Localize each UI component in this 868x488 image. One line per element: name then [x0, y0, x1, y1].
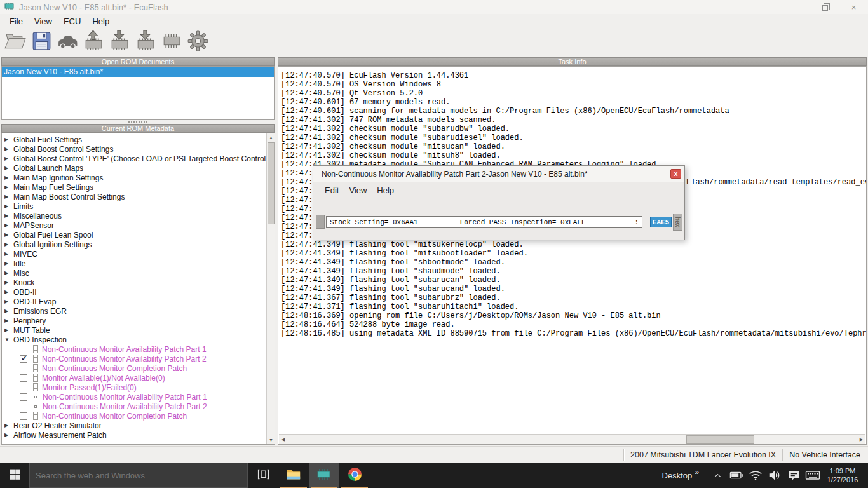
hex-tab[interactable]: hex	[673, 214, 682, 231]
tree-expand-icon[interactable]: ▶	[4, 203, 13, 209]
toolbar-overflow-chevron[interactable]: »	[695, 468, 708, 477]
scroll-left-arrow[interactable]: ◀	[279, 435, 287, 444]
tree-checkbox[interactable]	[20, 346, 27, 353]
menu-item[interactable]: ECU	[58, 15, 86, 28]
dialog-menu-item[interactable]: Help	[372, 184, 399, 197]
tree-row[interactable]: ▶ MAPSensor	[2, 220, 274, 230]
task-view-button[interactable]	[248, 463, 278, 488]
tree-row[interactable]: ▶ Global Boost Control Settings	[2, 144, 274, 154]
minimize-button[interactable]: –	[782, 0, 811, 14]
options-button[interactable]	[185, 29, 211, 55]
tree-expand-icon[interactable]: ▶	[4, 280, 13, 285]
tree-row[interactable]: ▶ MIVEC	[2, 249, 274, 259]
dialog-close-button[interactable]: x	[670, 169, 681, 179]
touch-keyboard-icon[interactable]	[803, 463, 822, 488]
tree-expand-icon[interactable]: ▶	[4, 423, 13, 428]
tree-row[interactable]: ▶ Global Fuel Lean Spool	[2, 230, 274, 240]
memory-chip-button[interactable]	[159, 29, 185, 55]
rom-document-item-selected[interactable]: Jason New V10 - E85 alt.bin*	[2, 67, 274, 77]
tree-checkbox[interactable]	[20, 355, 27, 363]
tree-row[interactable]: ▶ OBD-II Evap	[2, 297, 274, 306]
tree-row[interactable]: ▶ MUT Table	[2, 325, 274, 335]
tree-expand-icon[interactable]: ▶	[4, 137, 13, 142]
tree-row[interactable]: Non-Continuous Monitor Completion Patch	[2, 411, 274, 421]
tree-row[interactable]: ▶ Rear O2 Heater Simulator	[2, 421, 274, 430]
tree-expand-icon[interactable]: ▶	[4, 318, 13, 323]
tree-row[interactable]: ▶ Global Fuel Settings	[2, 135, 274, 144]
menu-item[interactable]: Help	[86, 15, 115, 28]
tree-row[interactable]: Non-Continuous Monitor Availability Patc…	[2, 354, 274, 363]
tree-expand-icon[interactable]: ▶	[4, 213, 13, 219]
tree-row[interactable]: ▶ Global Launch Maps	[2, 163, 274, 173]
log-horizontal-scrollbar[interactable]: ◀ ▶	[279, 434, 865, 444]
log-scrollbar-thumb[interactable]	[686, 435, 754, 444]
tree-expand-icon[interactable]: ▶	[4, 299, 13, 304]
tree-expand-icon[interactable]: ▶	[4, 175, 13, 180]
tree-row[interactable]: ▶ Airflow Measurement Patch	[2, 430, 274, 440]
tree-row[interactable]: ▶ Main Map Ignition Settings	[2, 173, 274, 182]
tree-expand-icon[interactable]: ▼	[4, 337, 13, 342]
volume-icon[interactable]	[765, 463, 784, 488]
tree-row[interactable]: ▶ Emissions EGR	[2, 306, 274, 316]
close-button[interactable]: ×	[839, 0, 868, 14]
tree-vertical-scrollbar[interactable]: ▲ ▼	[266, 133, 275, 444]
ecuflash-taskbar-button[interactable]	[309, 463, 339, 488]
tree-expand-icon[interactable]: ▶	[4, 232, 13, 238]
tree-row[interactable]: ▶ OBD-II	[2, 287, 274, 297]
tree-expand-icon[interactable]: ▶	[4, 251, 13, 257]
tree-expand-icon[interactable]: ▶	[4, 432, 13, 438]
file-explorer-button[interactable]	[278, 463, 309, 488]
save-rom-button[interactable]	[29, 29, 55, 55]
scroll-up-arrow[interactable]: ▲	[267, 133, 275, 142]
tree-row[interactable]: ▶ Limits	[2, 201, 274, 211]
battery-icon[interactable]	[727, 463, 746, 488]
menu-item[interactable]: File	[4, 15, 29, 28]
write-to-ecu-button[interactable]	[107, 29, 133, 55]
tree-expand-icon[interactable]: ▶	[4, 241, 13, 247]
tree-row[interactable]: ▶ Miscellaneous	[2, 211, 274, 220]
show-hidden-icons-button[interactable]	[708, 463, 727, 488]
tree-row[interactable]: Non-Continuous Monitor Availability Patc…	[2, 344, 274, 354]
tree-expand-icon[interactable]: ▶	[4, 308, 13, 314]
tree-expand-icon[interactable]: ▶	[4, 289, 13, 295]
taskbar-search-box[interactable]	[29, 463, 248, 488]
restore-button[interactable]	[811, 0, 839, 14]
tree-row[interactable]: ▶ Knock	[2, 278, 274, 287]
dialog-title-bar[interactable]: Non-Continuous Monitor Availability Patc…	[313, 166, 684, 182]
tree-scrollbar-thumb[interactable]	[268, 142, 275, 224]
tree-expand-icon[interactable]: ▶	[4, 184, 13, 190]
tree-row[interactable]: ▶ Global Ignition Settings	[2, 240, 274, 249]
tree-row[interactable]: Non-Continuous Monitor Completion Patch	[2, 363, 274, 373]
tree-expand-icon[interactable]: ▶	[4, 194, 13, 200]
dialog-menu-item[interactable]: View	[344, 184, 372, 197]
tree-checkbox[interactable]	[20, 412, 27, 420]
tree-expand-icon[interactable]: ▶	[4, 327, 13, 333]
tree-expand-icon[interactable]: ▶	[4, 165, 13, 171]
desktop-toolbar-label[interactable]: Desktop	[656, 471, 695, 480]
tree-row[interactable]: ▶ Idle	[2, 259, 274, 268]
write-partial-to-ecu-button[interactable]	[133, 29, 159, 55]
menu-item[interactable]: View	[29, 15, 58, 28]
tree-row[interactable]: ▼ OBD Inspection	[2, 335, 274, 344]
notifications-icon[interactable]	[784, 463, 803, 488]
tree-row[interactable]: ▶ Main Map Boost Control Settings	[2, 192, 274, 201]
tree-row[interactable]: ▶ Misc	[2, 268, 274, 278]
tree-checkbox[interactable]	[20, 393, 27, 401]
tree-row[interactable]: Monitor Available(1)/Not Available(0)	[2, 373, 274, 383]
dialog-menu-item[interactable]: Edit	[320, 184, 344, 197]
chrome-button[interactable]	[339, 463, 370, 488]
taskbar-clock[interactable]: 1:09 PM 1/27/2016	[822, 466, 868, 484]
tree-row[interactable]: Monitor Passed(1)/Failed(0)	[2, 383, 274, 392]
wifi-icon[interactable]	[746, 463, 765, 488]
tree-checkbox[interactable]	[20, 365, 27, 372]
tree-checkbox[interactable]	[20, 374, 27, 382]
tree-row[interactable]: Non-Continuous Monitor Availability Patc…	[2, 402, 274, 411]
tree-row[interactable]: ▶ Main Map Fuel Settings	[2, 182, 274, 192]
tree-expand-icon[interactable]: ▶	[4, 261, 13, 266]
scroll-right-arrow[interactable]: ▶	[857, 435, 865, 444]
tree-expand-icon[interactable]: ▶	[4, 156, 13, 161]
search-input[interactable]	[30, 471, 247, 480]
tree-expand-icon[interactable]: ▶	[4, 270, 13, 276]
tree-row[interactable]: ▶ Periphery	[2, 316, 274, 325]
scroll-down-arrow[interactable]: ▼	[267, 436, 275, 444]
